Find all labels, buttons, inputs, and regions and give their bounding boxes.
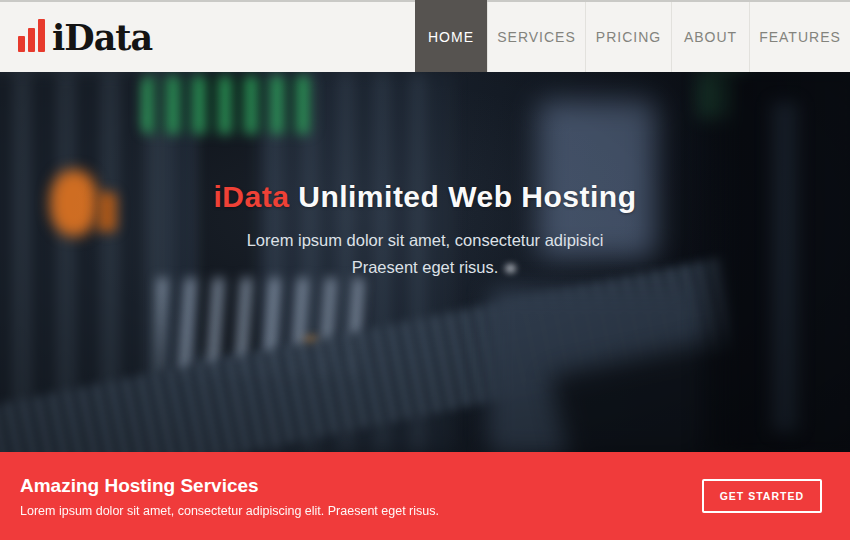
cta-text-block: Amazing Hosting Services Lorem ipsum dol… xyxy=(20,475,439,518)
logo-text: iData xyxy=(52,20,152,55)
hero-title-rest: Unlimited Web Hosting xyxy=(289,180,636,213)
page: iData HOME SERVICES PRICING ABOUT FEATUR… xyxy=(0,0,850,540)
hero-subtitle: Lorem ipsum dolor sit amet, consectetur … xyxy=(0,227,850,281)
nav-item-services[interactable]: SERVICES xyxy=(487,2,585,72)
hero-subtitle-line1: Lorem ipsum dolor sit amet, consectetur … xyxy=(247,231,604,249)
bar-chart-icon xyxy=(18,19,45,52)
logo[interactable]: iData xyxy=(18,19,152,55)
hero-title-brand: iData xyxy=(214,180,290,213)
main-nav: HOME SERVICES PRICING ABOUT FEATURES xyxy=(415,2,850,72)
nav-item-features[interactable]: FEATURES xyxy=(749,2,850,72)
header: iData HOME SERVICES PRICING ABOUT FEATUR… xyxy=(0,0,850,72)
cta-band: Amazing Hosting Services Lorem ipsum dol… xyxy=(0,452,850,540)
hero-subtitle-line2: Praesent eget risus. xyxy=(352,258,499,276)
cta-description: Lorem ipsum dolor sit amet, consectetur … xyxy=(20,504,439,518)
hero-section: iData Unlimited Web Hosting Lorem ipsum … xyxy=(0,72,850,452)
get-started-button[interactable]: GET STARTED xyxy=(702,479,822,513)
nav-item-pricing[interactable]: PRICING xyxy=(585,2,671,72)
hero-title: iData Unlimited Web Hosting xyxy=(0,180,850,214)
nav-item-home[interactable]: HOME xyxy=(415,0,487,72)
nav-item-about[interactable]: ABOUT xyxy=(671,2,749,72)
hero-text-block: iData Unlimited Web Hosting Lorem ipsum … xyxy=(0,180,850,281)
cta-heading: Amazing Hosting Services xyxy=(20,475,439,497)
